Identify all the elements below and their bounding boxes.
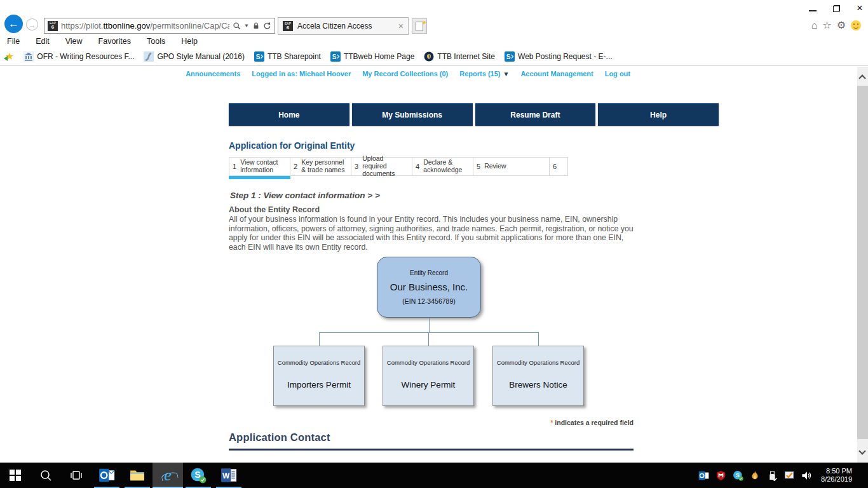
taskbar-search-button[interactable] (31, 463, 61, 488)
add-favorite-icon[interactable]: ★ (5, 51, 14, 62)
close-button[interactable]: × (857, 4, 863, 13)
volume-icon[interactable] (801, 470, 812, 481)
tray-outlook-icon[interactable] (698, 470, 709, 481)
taskbar-skype-button[interactable]: S (183, 463, 214, 488)
tray-mcafee-icon[interactable] (715, 470, 726, 481)
gear-icon[interactable]: ⚙ (837, 20, 846, 31)
step-label: Upload required documents (362, 155, 409, 177)
favorites-bar: ★ OFR - Writing Resources F... GPO Style… (5, 51, 613, 62)
windows-logo-icon (10, 470, 21, 481)
commodity-name: Brewers Notice (493, 380, 583, 390)
favorite-item-ofr[interactable]: OFR - Writing Resources F... (24, 51, 134, 62)
page-title: Application for Original Entity (229, 140, 355, 151)
favorites-star-icon[interactable]: ☆ (822, 20, 831, 31)
entity-diagram: Entity Record Our Business, Inc. (EIN 12… (229, 257, 632, 413)
link-my-record-collections[interactable]: My Record Collections (0) (362, 70, 448, 78)
back-arrow-icon: ← (8, 18, 19, 30)
step-label: Review (484, 163, 506, 170)
url-text[interactable]: https://pilot.ttbonline.gov/permitsonlin… (61, 21, 229, 30)
required-field-note: *indicates a required field (229, 419, 634, 426)
connector-line (319, 332, 539, 333)
entity-name: Our Business, Inc. (390, 281, 468, 292)
taskbar: e S W S (0, 463, 868, 488)
section-divider (229, 449, 634, 451)
restore-icon (833, 5, 840, 12)
step-tab-6[interactable]: 6 (549, 157, 568, 176)
step-tab-5[interactable]: 5 Review (473, 157, 550, 176)
back-button[interactable]: ← (4, 15, 23, 33)
link-account-management[interactable]: Account Management (520, 70, 593, 78)
tray-flame-icon[interactable] (749, 470, 761, 481)
home-icon[interactable]: ⌂ (811, 20, 818, 31)
commodity-box-winery: Commodity Operations Record Winery Permi… (383, 346, 474, 406)
browser-tab[interactable]: EAP 6 Accela Citizen Access × (278, 17, 409, 35)
minimize-button[interactable] (809, 5, 817, 11)
step-tab-3[interactable]: 3 Upload required documents (351, 157, 412, 176)
menu-edit[interactable]: Edit (36, 37, 50, 46)
about-heading: About the Entity Record (229, 205, 320, 214)
search-icon[interactable] (233, 22, 241, 30)
forward-arrow-icon: → (29, 21, 36, 29)
lock-icon (252, 22, 260, 30)
favorite-label: Web Posting Request - E-... (518, 52, 613, 61)
section-heading: Application Contact (229, 431, 330, 444)
menu-tools[interactable]: Tools (147, 37, 165, 46)
refresh-icon[interactable] (263, 22, 271, 30)
feedback-smiley-icon[interactable] (851, 20, 861, 30)
task-view-button[interactable] (61, 463, 92, 488)
step-tab-2[interactable]: 2 Key personnel & trade names (290, 157, 351, 176)
favorite-label: TTBweb Home Page (344, 52, 414, 61)
reports-label: Reports (15) (459, 70, 500, 78)
clock-time: 8:50 PM (821, 467, 852, 476)
account-links: Announcements Logged in as: Michael Hoov… (226, 70, 630, 78)
page-scrollbar[interactable] (857, 67, 868, 463)
tray-skype-icon[interactable]: S (732, 470, 743, 481)
start-button[interactable] (0, 463, 31, 488)
taskbar-word-button[interactable]: W (214, 463, 244, 488)
favorite-item-gpo[interactable]: GPO Style Manual (2016) (144, 51, 244, 62)
nav-tab-my-submissions[interactable]: My Submissions (352, 103, 473, 126)
tray-usb-icon[interactable] (766, 470, 778, 481)
step-tab-1[interactable]: 1 View contact information (229, 157, 290, 176)
forward-button[interactable]: → (26, 18, 38, 30)
scrollbar-thumb[interactable] (857, 86, 868, 439)
favorite-item-web-posting[interactable]: S Web Posting Request - E-... (505, 51, 613, 62)
nav-tab-help[interactable]: Help (598, 103, 719, 126)
menu-file[interactable]: File (7, 37, 20, 46)
favorite-item-ttb-sharepoint[interactable]: S TTB Sharepoint (254, 51, 321, 62)
word-icon: W (220, 467, 237, 484)
taskbar-file-explorer-button[interactable] (122, 463, 153, 488)
address-bar[interactable]: EAP 6 https://pilot.ttbonline.gov/permit… (44, 18, 275, 34)
link-announcements[interactable]: Announcements (186, 70, 240, 78)
menu-help[interactable]: Help (181, 37, 198, 46)
nav-tab-resume-draft[interactable]: Resume Draft (475, 103, 596, 126)
sharepoint-icon: S (330, 51, 341, 62)
favorite-item-ttb-internet[interactable]: TTB Internet Site (424, 51, 495, 62)
window-controls: × (809, 1, 863, 15)
site-favicon: EAP 6 (48, 21, 58, 31)
scroll-up-icon[interactable] (858, 74, 865, 81)
step-number: 5 (477, 163, 480, 170)
task-view-icon (70, 470, 83, 481)
scroll-down-icon[interactable] (858, 447, 865, 454)
step-number: 3 (355, 163, 358, 170)
tab-close-button[interactable]: × (398, 21, 403, 31)
search-dropdown-icon[interactable]: ▼ (244, 23, 249, 29)
taskbar-clock[interactable]: 8:50 PM 8/26/2019 (821, 467, 852, 484)
tray-check-flag-icon[interactable] (783, 470, 795, 481)
nav-tab-home[interactable]: Home (229, 103, 349, 126)
sharepoint-icon: S (254, 51, 264, 62)
restore-button[interactable] (833, 5, 840, 12)
new-tab-button[interactable] (412, 18, 427, 34)
taskbar-internet-explorer-button[interactable]: e (153, 463, 183, 488)
svg-text:W: W (222, 471, 230, 480)
step-tab-4[interactable]: 4 Declare & acknowledge (412, 157, 473, 176)
link-reports[interactable]: Reports (15)▼ (459, 70, 509, 78)
menu-favorites[interactable]: Favorites (98, 37, 131, 46)
taskbar-outlook-button[interactable] (92, 463, 122, 488)
svg-text:S: S (256, 53, 261, 60)
link-log-out[interactable]: Log out (605, 70, 630, 78)
menu-view[interactable]: View (65, 37, 83, 46)
favorite-item-ttbweb[interactable]: S TTBweb Home Page (330, 51, 414, 62)
required-asterisk: * (550, 419, 553, 426)
